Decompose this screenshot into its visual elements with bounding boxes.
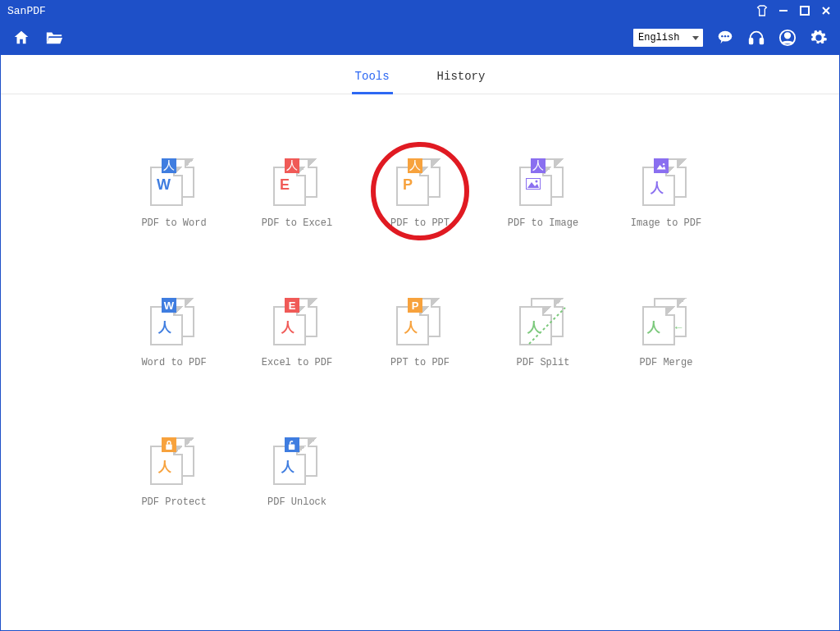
tab-bar: Tools History bbox=[1, 55, 839, 94]
tool-label: PDF to Image bbox=[508, 217, 578, 229]
tool-label: PPT to PDF bbox=[390, 357, 450, 368]
svg-marker-13 bbox=[527, 182, 539, 188]
svg-rect-19 bbox=[288, 444, 294, 450]
svg-point-14 bbox=[536, 181, 538, 183]
tab-label: History bbox=[437, 70, 486, 83]
svg-point-11 bbox=[785, 33, 790, 38]
window-title: SanPDF bbox=[7, 5, 46, 17]
tool-pdf-unlock[interactable]: 人 PDF Unlock bbox=[235, 423, 358, 546]
pdf-unlock-icon: 人 bbox=[273, 437, 321, 485]
pdf-split-icon: 人 bbox=[519, 298, 567, 345]
tool-pdf-to-word[interactable]: 人 W PDF to Word bbox=[112, 144, 235, 267]
pdf-protect-icon: 人 bbox=[150, 437, 198, 485]
svg-point-7 bbox=[727, 35, 728, 37]
user-icon[interactable] bbox=[778, 29, 797, 47]
tool-label: PDF to Word bbox=[141, 217, 206, 229]
tool-label: PDF Merge bbox=[640, 357, 693, 368]
tool-pdf-to-image[interactable]: 人 PDF to Image bbox=[482, 144, 605, 267]
svg-point-16 bbox=[663, 163, 664, 165]
headset-icon[interactable] bbox=[747, 29, 765, 47]
tool-pdf-protect[interactable]: 人 PDF Protect bbox=[112, 423, 235, 546]
titlebar: SanPDF bbox=[1, 1, 839, 21]
language-selected-label: English bbox=[638, 32, 679, 43]
tool-label: Excel to PDF bbox=[262, 357, 332, 368]
ppt-to-pdf-icon: P 人 bbox=[396, 298, 444, 345]
pdf-to-excel-icon: 人 E bbox=[273, 158, 321, 206]
toolbar: English bbox=[1, 21, 839, 55]
shirt-icon[interactable] bbox=[756, 4, 769, 17]
tool-ppt-to-pdf[interactable]: P 人 PPT to PDF bbox=[358, 283, 482, 406]
tool-label: PDF Split bbox=[517, 357, 570, 368]
tool-word-to-pdf[interactable]: W 人 Word to PDF bbox=[112, 283, 235, 406]
tool-excel-to-pdf[interactable]: E 人 Excel to PDF bbox=[235, 283, 358, 406]
image-to-pdf-icon: 人 bbox=[642, 158, 690, 206]
tool-pdf-to-ppt[interactable]: 人 P PDF to PPT bbox=[358, 144, 482, 267]
tool-pdf-merge[interactable]: 人 ← PDF Merge bbox=[605, 283, 728, 406]
pdf-to-ppt-icon: 人 P bbox=[396, 158, 444, 206]
tool-label: PDF to PPT bbox=[390, 217, 450, 229]
svg-rect-1 bbox=[801, 7, 809, 15]
tool-pdf-split[interactable]: 人 PDF Split bbox=[482, 283, 605, 406]
home-icon[interactable] bbox=[12, 29, 30, 47]
tool-pdf-to-excel[interactable]: 人 E PDF to Excel bbox=[235, 144, 358, 267]
svg-point-5 bbox=[721, 35, 723, 37]
svg-rect-18 bbox=[166, 444, 171, 450]
tab-tools[interactable]: Tools bbox=[352, 70, 393, 94]
tab-label: Tools bbox=[355, 70, 390, 83]
minimize-button[interactable] bbox=[777, 4, 790, 17]
open-folder-icon[interactable] bbox=[45, 29, 63, 47]
content-area: 人 W PDF to Word 人 E PDF to Excel bbox=[1, 94, 839, 630]
word-to-pdf-icon: W 人 bbox=[150, 298, 198, 345]
pdf-to-word-icon: 人 W bbox=[150, 158, 198, 206]
language-select[interactable]: English bbox=[633, 29, 703, 47]
gear-icon[interactable] bbox=[810, 29, 828, 47]
tool-label: PDF Protect bbox=[141, 496, 206, 508]
close-button[interactable] bbox=[819, 4, 833, 17]
tool-label: PDF Unlock bbox=[267, 496, 326, 508]
excel-to-pdf-icon: E 人 bbox=[273, 298, 321, 345]
tool-image-to-pdf[interactable]: 人 Image to PDF bbox=[605, 144, 728, 267]
pdf-merge-icon: 人 ← bbox=[642, 298, 690, 345]
chat-icon[interactable] bbox=[716, 29, 734, 47]
svg-marker-15 bbox=[657, 164, 666, 168]
tool-label: Word to PDF bbox=[141, 357, 206, 368]
svg-rect-8 bbox=[750, 39, 753, 43]
tool-label: Image to PDF bbox=[631, 217, 701, 229]
svg-point-6 bbox=[724, 35, 726, 37]
svg-rect-9 bbox=[760, 39, 764, 43]
tab-history[interactable]: History bbox=[434, 70, 489, 94]
pdf-to-image-icon: 人 bbox=[519, 158, 567, 206]
maximize-button[interactable] bbox=[798, 4, 811, 17]
tool-label: PDF to Excel bbox=[262, 217, 332, 229]
